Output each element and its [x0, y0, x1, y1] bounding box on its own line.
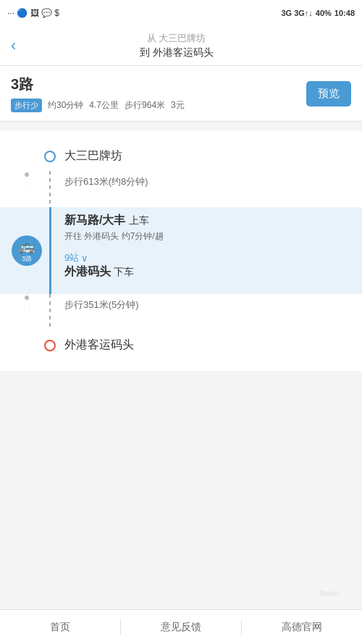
route-price: 3元 — [171, 99, 185, 112]
stops-count: 9站 — [64, 251, 79, 264]
walk-icon-2 — [18, 294, 35, 320]
destination-row: 外港客运码头 — [0, 330, 362, 360]
bus-route-num: 3路 — [22, 254, 32, 264]
bus-emoji: 🚌 — [19, 238, 35, 254]
route-walk: 步行964米 — [125, 99, 165, 112]
tab-feedback[interactable]: 意见反馈 — [121, 621, 241, 634]
divider — [0, 122, 362, 130]
board-station: 新马路/大丰 — [64, 214, 125, 226]
bus-content: 新马路/大丰 上车 开往 外港码头 约7分钟/趟 9站 ∨ 外港码头 下车 — [57, 207, 351, 294]
status-bar: ··· 🔵 🖼 💬 $ 3G 3G↑↓ 40% 10:48 — [0, 0, 362, 26]
preview-button[interactable]: 预览 — [306, 81, 351, 106]
walk-icon-col-1 — [11, 171, 43, 207]
route-duration: 约30分钟 — [48, 99, 83, 112]
walk-section-2: 步行351米(5分钟) — [0, 294, 362, 330]
walk-line-col-2 — [43, 294, 57, 330]
route-number: 3路 — [11, 75, 185, 94]
origin-dot — [44, 151, 56, 162]
origin-row: 大三巴牌坊 — [0, 141, 362, 171]
walk-text-1: 步行613米(约8分钟) — [64, 176, 148, 187]
status-right: 3G 3G↑↓ 40% 10:48 — [281, 9, 355, 17]
route-tags: 步行少 约30分钟 4.7公里 步行964米 3元 — [11, 99, 185, 112]
dest-station-name: 外港客运码头 — [64, 338, 134, 351]
walk-text-2: 步行351米(5分钟) — [64, 299, 139, 310]
walk-line-col-1 — [43, 171, 57, 207]
bottom-tabs: 首页 意见反馈 高德官网 — [0, 609, 362, 644]
alight-station-row: 外港码头 下车 — [64, 264, 351, 280]
stops-badge[interactable]: 9站 ∨ — [64, 251, 351, 264]
header-from: 从 大三巴牌坊 — [23, 31, 329, 46]
bus-icon-circle: 🚌 3路 — [12, 235, 42, 266]
board-action: 上车 — [129, 214, 149, 226]
walk-icon-col-2 — [11, 294, 43, 330]
bus-icon-col: 🚌 3路 — [11, 207, 43, 294]
chevron-down-icon: ∨ — [81, 253, 88, 264]
tag-walk-less: 步行少 — [11, 99, 42, 112]
walk-icon-1 — [18, 171, 35, 197]
network-icon: 3G 3G↑↓ — [281, 9, 312, 17]
watermark: Baidu — [304, 582, 355, 604]
bus-solid-line — [49, 207, 51, 294]
origin-text: 大三巴牌坊 — [57, 149, 351, 164]
header-to: 到 外港客运码头 — [23, 45, 329, 60]
alight-station: 外港码头 — [64, 265, 111, 277]
board-station-row: 新马路/大丰 上车 — [64, 213, 351, 228]
battery-pct: 40% — [316, 9, 332, 17]
route-distance: 4.7公里 — [89, 99, 119, 112]
bus-section: 🚌 3路 新马路/大丰 上车 开往 外港码头 约7分钟/趟 9站 ∨ 外港码头 … — [0, 207, 362, 294]
tab-amap[interactable]: 高德官网 — [242, 621, 362, 634]
route-steps: 大三巴牌坊 步行613米(约8分钟) 🚌 3路 — [0, 130, 362, 371]
header: ‹ 从 大三巴牌坊 到 外港客运码头 — [0, 26, 362, 66]
route-info: 3路 步行少 约30分钟 4.7公里 步行964米 3元 — [11, 75, 185, 112]
walk-dashed-line-1 — [49, 171, 51, 207]
back-button[interactable]: ‹ — [11, 36, 16, 55]
walk-dashed-line-2 — [49, 294, 51, 330]
bus-line-col — [43, 207, 57, 294]
alight-action: 下车 — [114, 266, 134, 277]
time: 10:48 — [334, 9, 355, 17]
dest-line-col — [43, 340, 57, 351]
svg-point-0 — [25, 172, 29, 177]
route-summary: 3路 步行少 约30分钟 4.7公里 步行964米 3元 预览 — [0, 66, 362, 122]
walk-section-1: 步行613米(约8分钟) — [0, 171, 362, 207]
walk-content-1: 步行613米(约8分钟) — [57, 171, 351, 207]
bus-info: 开往 外港码头 约7分钟/趟 — [64, 230, 351, 243]
header-title: 从 大三巴牌坊 到 外港客运码头 — [23, 31, 329, 61]
tab-home[interactable]: 首页 — [0, 621, 120, 634]
origin-station-name: 大三巴牌坊 — [64, 149, 122, 162]
dest-text: 外港客运码头 — [57, 338, 351, 353]
dest-dot — [44, 340, 56, 351]
origin-line-col — [43, 151, 57, 162]
status-left: ··· 🔵 🖼 💬 $ — [7, 8, 59, 18]
walk-content-2: 步行351米(5分钟) — [57, 294, 351, 330]
status-icons: ··· 🔵 🖼 💬 $ — [7, 8, 59, 18]
svg-point-1 — [25, 296, 29, 300]
